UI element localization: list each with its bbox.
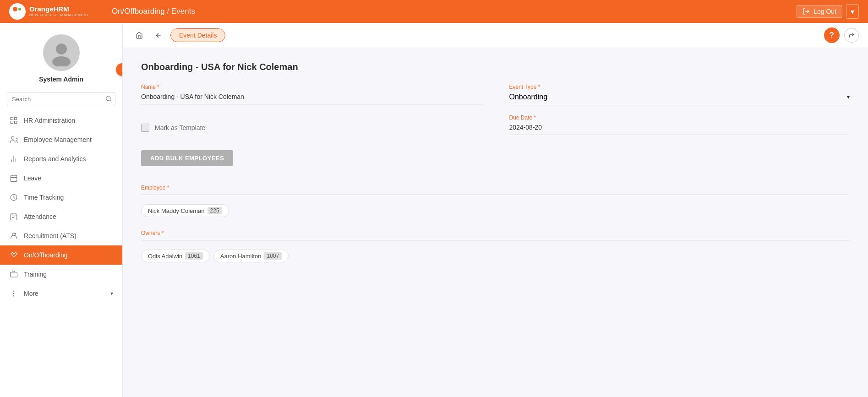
chevron-down-icon: ▾ <box>110 290 113 297</box>
share-button[interactable] <box>844 28 859 43</box>
employee-tag[interactable]: Nick Maddy Coleman 225 <box>141 204 229 217</box>
svg-rect-27 <box>11 272 17 277</box>
sidebar-item-leave[interactable]: Leave <box>0 169 122 188</box>
due-date-field: Due Date * 2024-08-20 <box>509 114 850 141</box>
owner-tag-0[interactable]: Odis Adalwin 1061 <box>141 250 210 262</box>
sidebar-item-onoffboarding[interactable]: On/Offboarding <box>0 245 122 265</box>
mark-template-checkbox[interactable] <box>141 124 149 132</box>
form-top-grid: Name * Onboarding - USA for Nick Coleman… <box>141 84 850 105</box>
handshake-icon <box>9 250 18 260</box>
svg-line-7 <box>110 100 111 101</box>
mark-template-field: Mark as Template <box>141 114 482 141</box>
back-icon <box>155 32 162 39</box>
svg-point-2 <box>18 8 21 11</box>
avatar <box>43 34 80 71</box>
svg-point-6 <box>106 96 110 100</box>
sidebar-item-label: Reports and Analytics <box>24 155 86 163</box>
sidebar-item-hr-admin[interactable]: HR Administration <box>0 111 122 130</box>
sidebar: ‹ System Admin H <box>0 23 123 397</box>
svg-point-5 <box>52 56 71 66</box>
sidebar-nav: HR Administration Employee Management Re… <box>0 111 122 303</box>
grid-icon <box>9 116 18 125</box>
employee-tag-list: Nick Maddy Coleman 225 <box>141 201 850 221</box>
mark-template-label: Mark as Template <box>155 124 205 131</box>
sidebar-profile: System Admin <box>0 23 122 90</box>
avatar-icon <box>48 39 75 66</box>
svg-point-28 <box>13 293 14 294</box>
sidebar-item-attendance[interactable]: Attendance <box>0 207 122 226</box>
owner-id: 1007 <box>264 252 282 260</box>
sidebar-item-label: Leave <box>24 174 41 182</box>
search-icon <box>105 95 112 102</box>
due-date-value[interactable]: 2024-08-20 <box>509 124 850 135</box>
add-bulk-section: ADD BULK EMPLOYEES <box>141 150 850 175</box>
chart-icon <box>9 154 18 163</box>
owners-tag-list: Odis Adalwin 1061 Aaron Hamilton 1007 <box>141 246 850 266</box>
sidebar-item-reports[interactable]: Reports and Analytics <box>0 149 122 169</box>
employee-name: Nick Maddy Coleman <box>148 207 205 214</box>
event-details-tab[interactable]: Event Details <box>170 28 225 42</box>
owner-tag-1[interactable]: Aaron Hamilton 1007 <box>213 250 289 262</box>
sidebar-item-employee-mgmt[interactable]: Employee Management <box>0 130 122 149</box>
sub-header: Event Details ? <box>123 23 868 48</box>
add-bulk-button[interactable]: ADD BULK EMPLOYEES <box>141 150 233 166</box>
sidebar-item-label: Employee Management <box>24 136 92 143</box>
back-button[interactable] <box>151 28 166 43</box>
calendar-icon <box>9 174 18 183</box>
mark-template-row: Mark as Template <box>141 124 482 132</box>
svg-rect-9 <box>15 117 17 120</box>
employee-label: Employee * <box>141 185 850 191</box>
sidebar-item-label: Time Tracking <box>24 194 64 201</box>
owners-label: Owners * <box>141 230 850 236</box>
sidebar-item-label: More <box>24 290 38 297</box>
help-button[interactable]: ? <box>824 27 840 43</box>
employee-id: 225 <box>207 207 222 214</box>
name-value[interactable]: Onboarding - USA for Nick Coleman <box>141 93 482 104</box>
event-type-select[interactable]: Onboarding ▾ <box>509 93 850 105</box>
sub-header-right: ? <box>824 27 859 43</box>
svg-rect-16 <box>11 175 17 182</box>
form-middle-grid: Mark as Template Due Date * 2024-08-20 <box>141 114 850 141</box>
clock-icon <box>9 193 18 202</box>
sidebar-item-recruitment[interactable]: Recruitment (ATS) <box>0 226 122 245</box>
attendance-icon <box>9 212 18 221</box>
name-label: Name * <box>141 84 482 90</box>
share-icon <box>848 32 855 38</box>
sidebar-item-label: Training <box>24 271 47 278</box>
search-input[interactable] <box>7 92 115 106</box>
training-icon <box>9 270 18 279</box>
profile-name: System Admin <box>39 76 83 83</box>
main-content: Onboarding - USA for Nick Coleman Name *… <box>123 48 868 397</box>
search-button[interactable] <box>105 95 112 103</box>
content-area: Event Details ? Onboarding - USA for Nic… <box>123 23 868 397</box>
employee-section: Employee * Nick Maddy Coleman 225 <box>141 185 850 221</box>
svg-rect-8 <box>11 117 13 120</box>
breadcrumb: On/Offboarding / Events <box>112 7 195 16</box>
people-icon <box>9 135 18 144</box>
more-icon <box>9 289 18 298</box>
search-box <box>7 92 115 106</box>
sidebar-item-label: HR Administration <box>24 117 75 124</box>
sidebar-item-label: Recruitment (ATS) <box>24 232 76 239</box>
owner-id: 1061 <box>185 252 203 260</box>
home-button[interactable] <box>132 28 147 43</box>
due-date-label: Due Date * <box>509 114 850 121</box>
recruitment-icon <box>9 231 18 240</box>
dropdown-button[interactable]: ▾ <box>846 4 859 19</box>
sidebar-item-training[interactable]: Training <box>0 265 122 284</box>
sidebar-item-more[interactable]: More ▾ <box>0 284 122 303</box>
logout-icon <box>802 8 810 15</box>
event-type-value: Onboarding <box>509 93 548 101</box>
name-field: Name * Onboarding - USA for Nick Coleman <box>141 84 482 105</box>
sidebar-item-time-tracking[interactable]: Time Tracking <box>0 188 122 207</box>
svg-point-12 <box>11 136 14 139</box>
logo-icon <box>9 3 26 20</box>
chevron-down-icon: ▾ <box>847 94 850 100</box>
form-title: Onboarding - USA for Nick Coleman <box>141 62 850 72</box>
svg-point-4 <box>56 44 67 54</box>
owner-name: Aaron Hamilton <box>220 253 262 260</box>
top-header: OrangeHRM NEW LEVEL OF MANAGEMENT On/Off… <box>0 0 868 23</box>
logout-button[interactable]: Log Out <box>797 5 842 18</box>
sidebar-item-label: On/Offboarding <box>24 251 67 259</box>
svg-rect-11 <box>15 121 17 124</box>
